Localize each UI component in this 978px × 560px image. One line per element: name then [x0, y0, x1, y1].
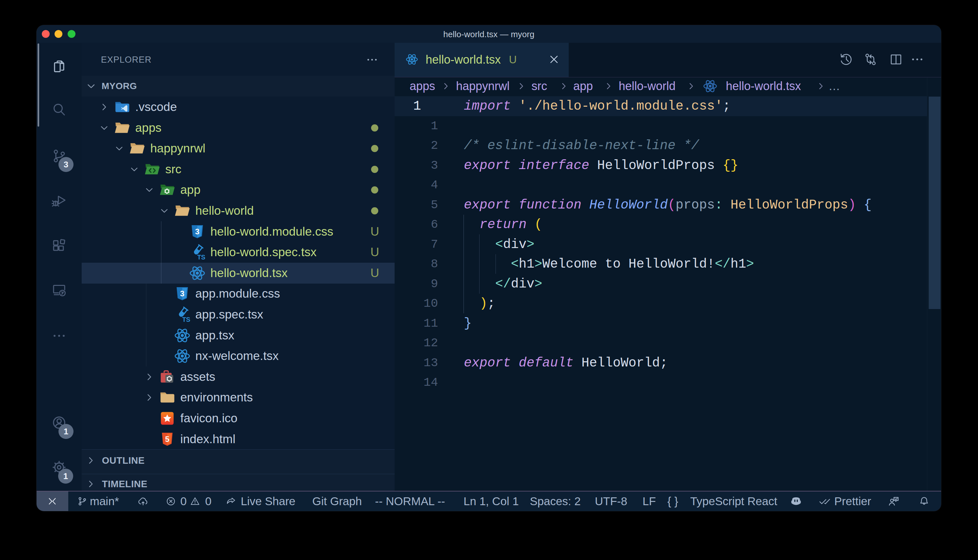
svg-text:TS: TS	[197, 253, 206, 261]
svg-text:3: 3	[195, 227, 199, 236]
svg-text:TS: TS	[182, 316, 191, 323]
svg-text:5: 5	[165, 435, 169, 443]
svg-text:3: 3	[180, 289, 184, 298]
